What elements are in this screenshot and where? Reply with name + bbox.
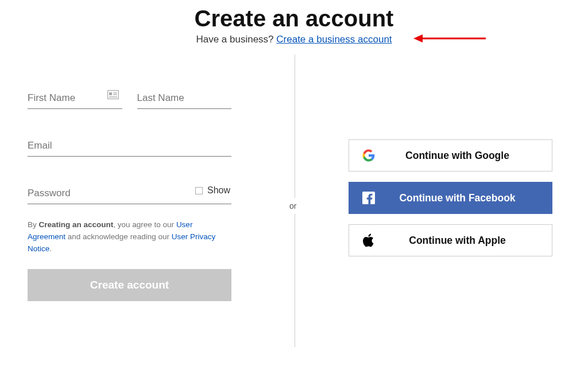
- facebook-icon: [362, 191, 376, 205]
- show-password-label[interactable]: Show: [207, 185, 230, 196]
- last-name-input[interactable]: [137, 89, 232, 108]
- google-signin-button[interactable]: Continue with Google: [349, 139, 552, 172]
- subtitle-prefix: Have a business?: [196, 34, 276, 45]
- last-name-wrapper: [137, 89, 232, 109]
- first-name-wrapper: [28, 89, 122, 109]
- business-account-link[interactable]: Create a business account: [276, 34, 392, 45]
- legal-mid1: , you agree to our: [113, 220, 176, 229]
- legal-pre: By: [28, 220, 39, 229]
- subtitle: Have a business? Create a business accou…: [0, 34, 588, 45]
- svg-marker-1: [413, 34, 423, 42]
- legal-mid2: and acknowledge reading our: [65, 232, 172, 241]
- password-wrapper: Show: [28, 184, 231, 204]
- page-title: Create an account: [0, 6, 588, 32]
- email-wrapper: [28, 137, 231, 157]
- id-card-icon: [107, 90, 119, 102]
- legal-suffix: .: [49, 244, 52, 253]
- google-icon: [362, 149, 376, 162]
- legal-text: By Creating an account, you agree to our…: [28, 219, 231, 255]
- apple-signin-button[interactable]: Continue with Apple: [349, 224, 552, 256]
- show-password-checkbox[interactable]: [195, 187, 203, 194]
- arrow-annotation-icon: [412, 33, 487, 46]
- facebook-signin-button[interactable]: Continue with Facebook: [349, 182, 552, 214]
- header: Create an account Have a business? Creat…: [0, 0, 588, 45]
- signup-form: Show By Creating an account, you agree t…: [28, 89, 231, 301]
- apple-button-label: Continue with Apple: [389, 235, 552, 247]
- email-input[interactable]: [28, 137, 231, 156]
- apple-icon: [362, 233, 376, 247]
- legal-bold: Creating an account: [39, 220, 114, 229]
- svg-rect-3: [109, 92, 112, 95]
- facebook-button-label: Continue with Facebook: [389, 192, 552, 204]
- google-button-label: Continue with Google: [389, 150, 552, 162]
- create-account-button[interactable]: Create account: [28, 269, 231, 301]
- social-login-group: Continue with Google Continue with Faceb…: [349, 139, 552, 256]
- or-separator-label: or: [289, 198, 296, 214]
